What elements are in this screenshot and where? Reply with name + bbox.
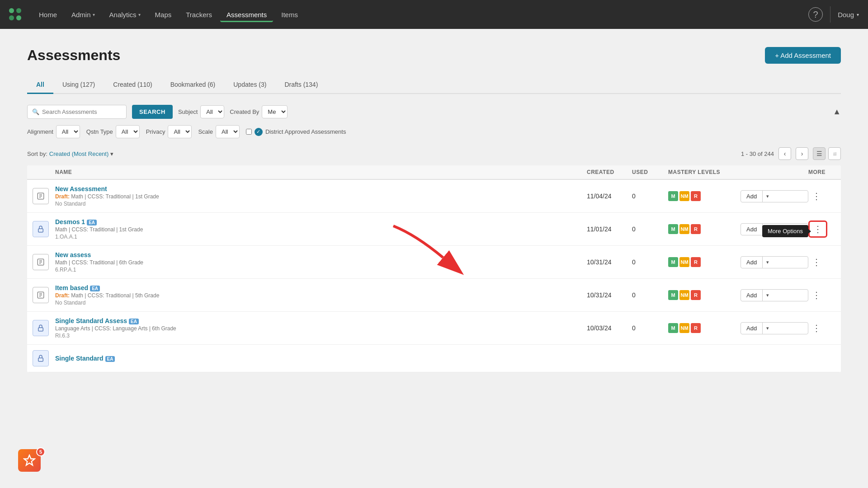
tab-created[interactable]: Created (110) — [104, 76, 161, 94]
assessment-table: NAME CREATED USED MASTERY LEVELS MORE Ne… — [27, 165, 841, 372]
add-caret-icon: ▾ — [763, 257, 773, 267]
notification-badge[interactable]: 5 — [18, 449, 43, 474]
row-icon-locked — [33, 350, 49, 366]
privacy-select[interactable]: All — [168, 125, 192, 138]
privacy-filter-group: Privacy All — [146, 125, 192, 138]
qstn-type-filter-group: Qstn Type All — [86, 125, 140, 138]
add-button-cell: Add ▾ — [741, 256, 808, 268]
search-input[interactable] — [42, 105, 114, 118]
add-split-button[interactable]: Add ▾ — [741, 289, 808, 301]
user-chevron-icon: ▾ — [857, 12, 859, 17]
collapse-filters-button[interactable]: ▲ — [833, 107, 841, 117]
nav-home[interactable]: Home — [33, 7, 63, 22]
row-icon-locked — [33, 221, 49, 237]
table-row: Desmos 1EA Math | CCSS: Traditional | 1s… — [27, 213, 841, 246]
used-count: 0 — [632, 291, 668, 299]
more-options-button[interactable]: ⋮ — [808, 189, 825, 203]
help-icon[interactable]: ? — [808, 7, 823, 22]
subject-select[interactable]: All — [200, 105, 224, 118]
assessment-link[interactable]: Item basedEA — [55, 284, 587, 291]
pagination: 1 - 30 of 244 ‹ › ☰ ◽ — [741, 147, 841, 160]
notification-count: 5 — [36, 447, 45, 456]
search-icon: 🔍 — [32, 108, 39, 115]
col-used: USED — [632, 169, 668, 175]
more-button-cell: ⋮ — [808, 288, 835, 302]
more-options-tooltip: More Options — [762, 225, 808, 237]
qstn-type-select[interactable]: All — [116, 125, 140, 138]
grid-view-button[interactable]: ◽ — [828, 147, 841, 160]
alignment-select[interactable]: All — [56, 125, 80, 138]
svg-marker-16 — [24, 455, 34, 465]
svg-rect-13 — [38, 328, 43, 331]
nav-analytics[interactable]: Analytics ▾ — [103, 7, 147, 22]
add-split-button[interactable]: Add ▾ — [741, 190, 808, 202]
district-approved-checkbox[interactable] — [246, 129, 252, 135]
user-menu[interactable]: Doug ▾ — [838, 11, 859, 19]
used-count: 0 — [632, 324, 668, 332]
created-by-select[interactable]: Me — [262, 105, 288, 118]
assessment-link[interactable]: Desmos 1EA — [55, 218, 587, 225]
assessment-link[interactable]: New Assessment — [55, 185, 587, 192]
list-view-button[interactable]: ☰ — [813, 147, 826, 160]
add-split-button[interactable]: Add ▾ — [741, 256, 808, 268]
row-name-cell: Single Standard AssessEA Language Arts |… — [55, 317, 587, 339]
sort-by-button[interactable]: Sort by: Created (Most Recent) ▾ — [27, 150, 113, 157]
assessment-link[interactable]: New assess — [55, 251, 587, 258]
app-logo[interactable] — [9, 8, 22, 21]
draft-label: Draft: — [55, 292, 70, 299]
assessment-link[interactable]: Single StandardEA — [55, 355, 587, 362]
assessment-link[interactable]: Single Standard AssessEA — [55, 317, 587, 324]
tab-bookmarked[interactable]: Bookmarked (6) — [161, 76, 225, 94]
subject-filter-group: Subject All — [178, 105, 224, 118]
table-row: Item basedEA Draft: Math | CCSS: Traditi… — [27, 279, 841, 312]
alignment-label: Alignment — [27, 128, 53, 135]
tab-drafts[interactable]: Drafts (134) — [275, 76, 327, 94]
search-button[interactable]: SEARCH — [132, 105, 173, 119]
nav-admin[interactable]: Admin ▾ — [65, 7, 101, 22]
nav-trackers[interactable]: Trackers — [179, 7, 218, 22]
prev-page-button[interactable]: ‹ — [778, 147, 791, 160]
sort-label-text: Sort by: — [27, 150, 47, 157]
assessment-standard: 6.RP.A.1 — [55, 267, 587, 273]
more-options-button-highlighted[interactable]: ⋮ — [808, 221, 827, 238]
sort-chevron-icon: ▾ — [110, 150, 113, 157]
row-name-cell: Single StandardEA — [55, 355, 587, 362]
nav-items[interactable]: Items — [275, 7, 304, 22]
mastery-m: M — [668, 191, 678, 201]
col-add — [741, 169, 808, 175]
assessment-meta: Math | CCSS: Traditional | 6th Grade — [55, 259, 587, 266]
more-options-button[interactable]: ⋮ — [808, 321, 825, 335]
used-count: 0 — [632, 225, 668, 233]
more-options-button[interactable]: ⋮ — [808, 288, 825, 302]
nav-divider — [830, 6, 830, 23]
filters-row-2: Alignment All Qstn Type All Privacy All … — [27, 125, 841, 138]
add-split-button[interactable]: Add ▾ — [741, 322, 808, 334]
assessment-standard: RI.6.3 — [55, 333, 587, 339]
used-count: 0 — [632, 192, 668, 200]
draft-label: Draft: — [55, 193, 70, 200]
scale-select[interactable]: All — [216, 125, 240, 138]
more-options-button[interactable]: ⋮ — [808, 255, 825, 269]
mastery-nm: NM — [679, 224, 689, 234]
nav-assessments[interactable]: Assessments — [220, 7, 273, 22]
assessment-meta: Language Arts | CCSS: Language Arts | 6t… — [55, 325, 587, 332]
assessment-meta: Math | CCSS: Traditional | 1st Grade — [55, 226, 587, 233]
privacy-label: Privacy — [146, 128, 165, 135]
nav-maps[interactable]: Maps — [149, 7, 178, 22]
tab-using[interactable]: Using (127) — [53, 76, 104, 94]
scale-label: Scale — [198, 128, 213, 135]
mastery-m: M — [668, 290, 678, 300]
mastery-nm: NM — [679, 191, 689, 201]
next-page-button[interactable]: › — [796, 147, 808, 160]
add-assessment-button[interactable]: + Add Assessment — [765, 47, 841, 64]
tab-all[interactable]: All — [27, 76, 53, 94]
add-button-cell: Add ▾ — [741, 322, 808, 334]
more-button-cell: More Options ⋮ — [808, 221, 835, 238]
col-icon — [33, 169, 55, 175]
table-row: Single StandardEA — [27, 345, 841, 372]
ea-badge: EA — [129, 319, 139, 324]
district-approved-icon: ✓ — [255, 128, 263, 136]
table-row: New Assessment Draft: Math | CCSS: Tradi… — [27, 180, 841, 213]
tab-updates[interactable]: Updates (3) — [224, 76, 275, 94]
user-name: Doug — [838, 11, 854, 19]
